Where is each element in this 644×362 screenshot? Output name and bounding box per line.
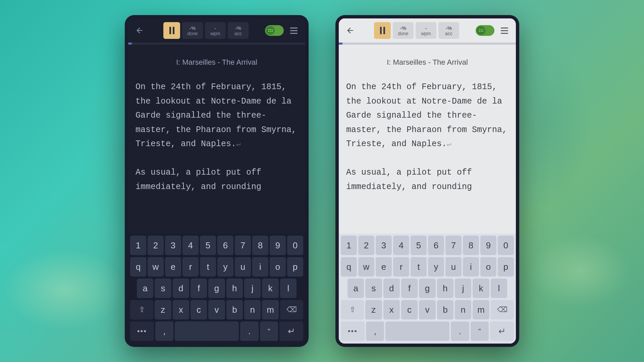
key-a[interactable]: a <box>137 279 153 298</box>
key-shift[interactable]: ⇧ <box>130 300 153 319</box>
key-m[interactable]: m <box>262 300 278 319</box>
key-j[interactable]: j <box>455 279 471 298</box>
key-9[interactable]: 9 <box>270 236 286 255</box>
key-1[interactable]: 1 <box>341 236 357 255</box>
key-d[interactable]: d <box>173 279 189 298</box>
keyboard-toggle[interactable] <box>476 25 494 36</box>
key-h[interactable]: h <box>226 279 243 298</box>
key-g[interactable]: g <box>419 279 435 298</box>
key-l[interactable]: l <box>491 279 507 298</box>
key-q[interactable]: q <box>341 257 357 277</box>
key-enter[interactable]: ↵ <box>279 321 303 341</box>
key-w[interactable]: w <box>358 257 374 277</box>
key-t[interactable]: t <box>200 257 216 277</box>
key-n[interactable]: n <box>455 300 471 319</box>
key-2[interactable]: 2 <box>148 236 164 255</box>
key-e[interactable]: e <box>165 257 181 277</box>
key-x[interactable]: x <box>383 300 400 319</box>
key-p[interactable]: p <box>287 257 303 277</box>
key-y[interactable]: y <box>428 257 444 277</box>
key-c[interactable]: c <box>401 300 418 319</box>
key-f[interactable]: f <box>401 279 418 298</box>
key-d[interactable]: d <box>383 279 400 298</box>
key-7[interactable]: 7 <box>235 236 251 255</box>
key-k[interactable]: k <box>262 279 278 298</box>
key-enter[interactable]: ↵ <box>490 321 514 341</box>
key-b[interactable]: b <box>437 300 453 319</box>
paragraph-1: On the 24th of February, 1815, the looko… <box>136 82 302 149</box>
key-5[interactable]: 5 <box>200 236 216 255</box>
key-b[interactable]: b <box>226 300 243 319</box>
key-r[interactable]: r <box>393 257 409 277</box>
key-s[interactable]: s <box>155 279 171 298</box>
key-s[interactable]: s <box>365 279 382 298</box>
key-0[interactable]: 0 <box>287 236 303 255</box>
keyboard-toggle[interactable] <box>265 25 284 36</box>
key-v[interactable]: v <box>419 300 435 319</box>
key-quote[interactable]: " <box>471 321 489 341</box>
key-6[interactable]: 6 <box>428 236 444 255</box>
key-u[interactable]: u <box>235 257 251 277</box>
key-comma[interactable]: , <box>366 321 384 341</box>
body-text: On the 24th of February, 1815, the looko… <box>136 80 298 194</box>
key-p[interactable]: p <box>498 257 514 277</box>
key-q[interactable]: q <box>130 257 146 277</box>
back-button[interactable] <box>343 23 358 38</box>
key-l[interactable]: l <box>280 279 297 298</box>
key-3[interactable]: 3 <box>165 236 181 255</box>
key-c[interactable]: c <box>191 300 207 319</box>
key-more[interactable]: ••• <box>130 321 154 341</box>
menu-button[interactable] <box>497 23 512 38</box>
key-x[interactable]: x <box>173 300 189 319</box>
key-i[interactable]: i <box>252 257 268 277</box>
key-g[interactable]: g <box>208 279 225 298</box>
back-button[interactable] <box>132 23 147 38</box>
key-z[interactable]: z <box>365 300 382 319</box>
key-w[interactable]: w <box>148 257 164 277</box>
key-space[interactable] <box>175 321 239 341</box>
key-2[interactable]: 2 <box>358 236 374 255</box>
key-i[interactable]: i <box>463 257 479 277</box>
key-n[interactable]: n <box>244 300 261 319</box>
key-e[interactable]: e <box>376 257 392 277</box>
key-3[interactable]: 3 <box>376 236 392 255</box>
key-period[interactable]: . <box>451 321 469 341</box>
menu-button[interactable] <box>286 23 301 38</box>
key-k[interactable]: k <box>473 279 489 298</box>
key-4[interactable]: 4 <box>182 236 199 255</box>
key-7[interactable]: 7 <box>445 236 462 255</box>
key-f[interactable]: f <box>191 279 207 298</box>
key-shift[interactable]: ⇧ <box>341 300 364 319</box>
key-5[interactable]: 5 <box>411 236 427 255</box>
key-8[interactable]: 8 <box>252 236 268 255</box>
key-backspace[interactable]: ⌫ <box>491 300 514 319</box>
key-y[interactable]: y <box>217 257 233 277</box>
key-period[interactable]: . <box>240 321 259 341</box>
key-4[interactable]: 4 <box>393 236 409 255</box>
key-9[interactable]: 9 <box>480 236 496 255</box>
pause-button[interactable] <box>163 22 180 39</box>
key-space[interactable] <box>385 321 449 341</box>
stat-done-value: -% <box>400 25 406 31</box>
key-quote[interactable]: " <box>260 321 278 341</box>
key-8[interactable]: 8 <box>463 236 479 255</box>
key-v[interactable]: v <box>208 300 225 319</box>
key-u[interactable]: u <box>445 257 462 277</box>
key-comma[interactable]: , <box>155 321 174 341</box>
key-o[interactable]: o <box>270 257 286 277</box>
key-o[interactable]: o <box>480 257 496 277</box>
key-a[interactable]: a <box>347 279 364 298</box>
key-j[interactable]: j <box>244 279 261 298</box>
key-h[interactable]: h <box>437 279 453 298</box>
key-r[interactable]: r <box>182 257 199 277</box>
kb-row-asdf: asdfghjkl <box>129 279 304 298</box>
key-1[interactable]: 1 <box>130 236 146 255</box>
key-t[interactable]: t <box>411 257 427 277</box>
key-z[interactable]: z <box>155 300 171 319</box>
key-m[interactable]: m <box>473 300 489 319</box>
pause-button[interactable] <box>374 22 391 39</box>
key-0[interactable]: 0 <box>498 236 514 255</box>
key-6[interactable]: 6 <box>217 236 233 255</box>
key-more[interactable]: ••• <box>341 321 365 341</box>
key-backspace[interactable]: ⌫ <box>280 300 303 319</box>
